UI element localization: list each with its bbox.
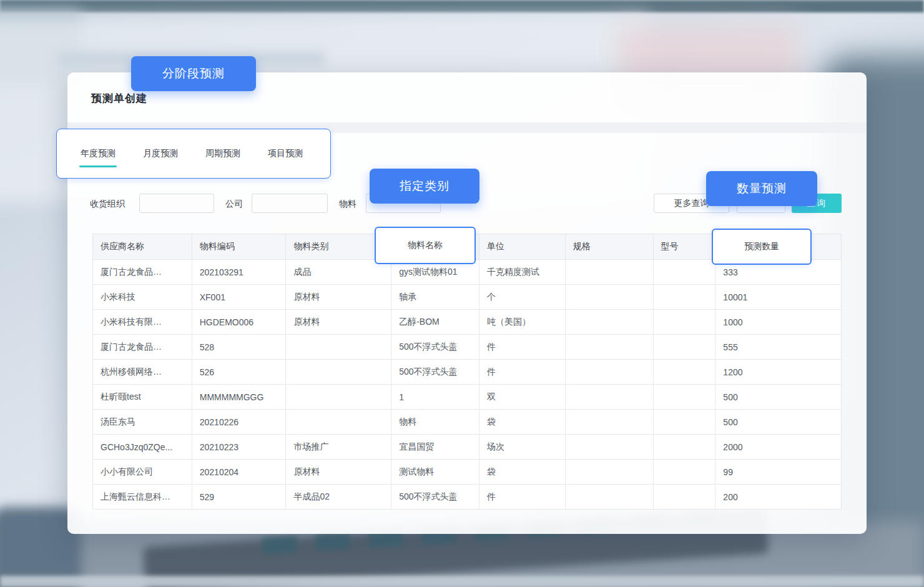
- table-cell: 500: [715, 385, 841, 409]
- table-cell: [286, 385, 391, 409]
- table-cell: 2000: [715, 435, 841, 459]
- table-cell: 1: [391, 385, 479, 409]
- table-cell: 双: [479, 385, 566, 409]
- table-cell: [286, 360, 391, 384]
- table-cell: [654, 260, 716, 284]
- table-cell: [566, 435, 654, 459]
- table-cell: GCHo3Jzq0ZQe...: [93, 435, 192, 459]
- table-cell: 物料: [391, 410, 479, 434]
- forecast-table: 供应商名称物料编码物料类别物料名称单位规格型号预测数量 厦门古龙食品…20210…: [92, 234, 842, 510]
- table-cell: 件: [479, 360, 566, 384]
- table-row: 小小有限公司20210204原材料测试物料袋99: [93, 459, 841, 484]
- table-cell: 526: [192, 360, 287, 384]
- table-cell: 场次: [479, 435, 566, 459]
- table-cell: [654, 485, 716, 509]
- company-input[interactable]: [252, 194, 328, 213]
- table-cell: [654, 435, 716, 459]
- tab-0[interactable]: 年度预测: [81, 148, 115, 159]
- table-cell: 原材料: [286, 285, 391, 309]
- table-cell: 袋: [479, 410, 566, 434]
- table-cell: 杭州移领网络…: [93, 360, 192, 384]
- table-cell: 个: [479, 285, 566, 309]
- forecast-tab-box: 年度预测月度预测周期预测项目预测: [56, 129, 331, 179]
- table-cell: [566, 410, 654, 434]
- table-cell: 件: [479, 335, 566, 359]
- table-cell: [286, 410, 391, 434]
- table-cell: [566, 260, 654, 284]
- table-cell: 半成品02: [286, 485, 391, 509]
- table-cell: 原材料: [286, 460, 391, 484]
- table-cell: 测试物料: [391, 460, 479, 484]
- material-label: 物料: [339, 199, 356, 210]
- table-row: 小米科技XF001原材料轴承个10001: [93, 284, 841, 309]
- table-cell: 1200: [715, 360, 841, 384]
- tab-bar: 年度预测月度预测周期预测项目预测: [81, 148, 303, 159]
- table-cell: [566, 335, 654, 359]
- table-cell: 10001: [715, 285, 841, 309]
- specify-category-badge: 指定类别: [370, 169, 479, 204]
- table-cell: 千克精度测试: [479, 260, 566, 284]
- table-row: 汤臣东马20210226物料袋500: [93, 409, 841, 434]
- table-cell: 500不浮式头盖: [391, 485, 479, 509]
- active-tab-underline: [79, 165, 117, 167]
- table-cell: 厦门古龙食品…: [93, 260, 192, 284]
- table-cell: 555: [715, 335, 841, 359]
- table-row: GCHo3Jzq0ZQe...20210223市场推广宜昌国贸场次2000: [93, 434, 841, 459]
- bg-bottom-strip-blur: [0, 576, 924, 587]
- tab-3[interactable]: 项目预测: [268, 148, 303, 159]
- table-cell: 汤臣东马: [93, 410, 192, 434]
- table-row: 杭州移领网络…526500不浮式头盖件1200: [93, 359, 841, 384]
- table-cell: 500不浮式头盖: [391, 360, 479, 384]
- table-cell: 件: [479, 485, 566, 509]
- company-label: 公司: [225, 199, 243, 210]
- table-cell: [654, 285, 716, 309]
- table-cell: MMMMMMGGG: [192, 385, 287, 409]
- table-cell: [654, 310, 716, 334]
- table-cell: [566, 485, 654, 509]
- receiving-org-input[interactable]: [139, 194, 214, 213]
- table-cell: 袋: [479, 460, 566, 484]
- material-name-column-highlight: 物料名称: [375, 227, 476, 264]
- column-header: 单位: [479, 234, 566, 259]
- tab-2[interactable]: 周期预测: [205, 148, 240, 159]
- table-cell: 99: [715, 460, 841, 484]
- screenshot-root: 预测单创建 年度预测月度预测周期预测项目预测 收货组织 公司 物料 更多查询 查…: [0, 0, 924, 587]
- table-cell: [566, 360, 654, 384]
- table-cell: 1000: [715, 310, 841, 334]
- table-cell: 500不浮式头盖: [391, 335, 479, 359]
- tab-1[interactable]: 月度预测: [143, 148, 178, 159]
- table-cell: [566, 385, 654, 409]
- table-row: 上海甄云信息科…529半成品02500不浮式头盖件200: [93, 484, 841, 509]
- table-row: 厦门古龙食品…528500不浮式头盖件555: [93, 334, 841, 359]
- receiving-org-label: 收货组织: [90, 199, 125, 210]
- table-cell: [286, 335, 391, 359]
- table-cell: 宜昌国贸: [391, 435, 479, 459]
- table-cell: 20210226: [192, 410, 287, 434]
- column-header: 规格: [566, 234, 654, 259]
- table-cell: 市场推广: [286, 435, 391, 459]
- table-cell: 吨（美国）: [479, 310, 566, 334]
- table-cell: 202103291: [192, 260, 287, 284]
- table-cell: HGDEMO006: [192, 310, 287, 334]
- table-cell: [654, 460, 716, 484]
- table-row: 杜昕颐testMMMMMMGGG1双500: [93, 384, 841, 409]
- table-cell: 20210223: [192, 435, 287, 459]
- page-title: 预测单创建: [91, 91, 147, 106]
- phased-forecast-badge: 分阶段预测: [131, 56, 256, 91]
- table-cell: 轴承: [391, 285, 479, 309]
- forecast-qty-column-highlight: 预测数量: [712, 229, 812, 265]
- table-cell: [566, 285, 654, 309]
- table-cell: 乙醇-BOM: [391, 310, 479, 334]
- table-cell: 上海甄云信息科…: [93, 485, 192, 509]
- table-cell: 杜昕颐test: [93, 385, 192, 409]
- table-row: 小米科技有限…HGDEMO006原材料乙醇-BOM吨（美国）1000: [93, 309, 841, 334]
- table-cell: [654, 360, 716, 384]
- table-cell: [654, 410, 716, 434]
- column-header: 物料编码: [192, 234, 287, 259]
- table-cell: 厦门古龙食品…: [93, 335, 192, 359]
- table-cell: [654, 335, 716, 359]
- table-cell: [654, 385, 716, 409]
- table-cell: 200: [715, 485, 841, 509]
- table-cell: 20210204: [192, 460, 287, 484]
- table-cell: 500: [715, 410, 841, 434]
